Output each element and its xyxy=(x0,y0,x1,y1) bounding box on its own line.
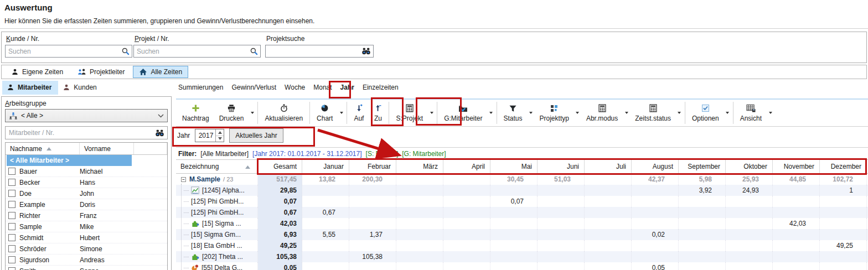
left-tabs: MitarbeiterKunden xyxy=(2,81,104,95)
row-checkbox[interactable] xyxy=(8,212,16,219)
dropdown-arrow-abr-modus[interactable] xyxy=(623,100,630,126)
grid-row[interactable]: [125] Phi GmbH...0,670,67 xyxy=(176,207,868,218)
vorname-header[interactable]: Vorname xyxy=(80,143,134,154)
view-tab-einzelzeiten[interactable]: Einzelzeiten xyxy=(363,84,399,91)
list-item-alle-mitarbeiter[interactable]: < Alle Mitarbeiter > xyxy=(6,155,167,166)
toolbar-button-status[interactable]: Status xyxy=(499,100,528,126)
row-checkbox[interactable] xyxy=(8,179,16,186)
dropdown-arrow-g-mitarbeiter[interactable] xyxy=(488,100,495,126)
grid-row[interactable]: [15] Sigma Gm...6,935,551,370,02 xyxy=(176,229,868,240)
row-checkbox[interactable] xyxy=(8,256,16,263)
list-item-sample[interactable]: SampleMike xyxy=(6,221,167,232)
list-item-richter[interactable]: RichterFranz xyxy=(6,210,167,221)
toolbar-button-aktualisieren[interactable]: Aktualisieren xyxy=(260,100,308,126)
grid-cell-gesamt: 517,45 xyxy=(258,174,302,185)
grid-header-bezeichnung[interactable]: Bezeichnung xyxy=(176,160,258,173)
list-item-sigurdson[interactable]: SigurdsonAndreas xyxy=(6,255,167,266)
mitarbeiter-search-input[interactable] xyxy=(6,127,155,139)
grid-cell-month: 42,37 xyxy=(632,174,679,185)
dropdown-arrow-ansicht[interactable] xyxy=(767,100,774,126)
grid-row[interactable]: [125] Phi GmbH...0,070,07 xyxy=(176,196,868,207)
grid-row[interactable]: [1245] Alpha...29,853,9224,931 xyxy=(176,185,868,196)
row-checkbox[interactable] xyxy=(8,201,16,208)
list-item-schröder[interactable]: SchröderSimone xyxy=(6,243,167,255)
collapse-expander-icon[interactable]: − xyxy=(181,177,186,182)
toolbar: NachtragDruckenAktualisierenChartAufZuS:… xyxy=(176,98,868,127)
people-icon xyxy=(78,68,86,76)
dropdown-arrow-optionen[interactable] xyxy=(724,100,731,126)
grid-row[interactable]: [55] Delta G...0,050,05 xyxy=(176,262,868,270)
scope-tab-alle-zeiten[interactable]: Alle Zeiten xyxy=(133,66,188,78)
row-checkbox[interactable] xyxy=(8,168,16,175)
left-tab-kunden[interactable]: Kunden xyxy=(58,81,103,95)
list-item-bauer[interactable]: BauerMichael xyxy=(6,166,167,177)
toolbar-button-ansicht[interactable]: Ansicht xyxy=(735,100,767,126)
workgroup-icon xyxy=(9,112,18,120)
dropdown-arrow-chart[interactable] xyxy=(338,100,345,126)
grid-cell-month xyxy=(679,207,726,218)
plus-icon xyxy=(192,104,200,112)
list-item-example[interactable]: ExampleDoris xyxy=(6,199,167,210)
row-checkbox[interactable] xyxy=(8,245,16,252)
list-item-doe[interactable]: DoeJohn xyxy=(6,188,167,199)
grid-cell-month xyxy=(396,229,443,240)
toolbar-button-auf[interactable]: Auf xyxy=(349,100,369,126)
grid-row[interactable]: [15] Sigma ...42,0342,03 xyxy=(176,218,868,229)
grid-cell-month: 0,02 xyxy=(632,229,679,240)
toolbar-button-optionen[interactable]: Optionen xyxy=(687,100,724,126)
view-tab-summierungen[interactable]: Summierungen xyxy=(178,84,223,91)
grid-cell-month xyxy=(773,196,820,207)
scope-tab-eigene-zeiten[interactable]: Eigene Zeiten xyxy=(5,66,69,78)
tree-connector xyxy=(184,224,189,224)
grid-cell-gesamt: 29,85 xyxy=(258,185,302,196)
left-tab-mitarbeiter[interactable]: Mitarbeiter xyxy=(2,81,58,95)
row-checkbox[interactable] xyxy=(8,223,16,230)
grid-cell-bezeichnung: [55] Delta G... xyxy=(176,262,258,270)
grid-cell-month: 1,37 xyxy=(349,229,396,240)
projektsuche-search-input[interactable] xyxy=(266,45,361,57)
grid-row[interactable]: [202] Theta ...105,38105,38 xyxy=(176,251,868,262)
grid-cell-month xyxy=(585,174,632,185)
projekt-search-input[interactable] xyxy=(134,45,250,57)
dropdown-arrow-status[interactable] xyxy=(528,100,535,126)
nachname-header[interactable]: Nachname xyxy=(6,143,80,154)
annotation-box-jahr-tab xyxy=(329,81,351,98)
grid-cell-month xyxy=(443,251,490,262)
mitarbeiter-search xyxy=(5,126,168,139)
grid-cell-month xyxy=(726,196,773,207)
list-item-becker[interactable]: BeckerHans xyxy=(6,177,167,188)
dropdown-arrow-zeitst-status[interactable] xyxy=(676,100,683,126)
toolbar-button-projekttyp[interactable]: Projekttyp xyxy=(535,100,574,126)
view-tab-gewinn-verlust[interactable]: Gewinn/Verlust xyxy=(231,84,276,91)
arbeitsgruppe-select[interactable]: < Alle > xyxy=(5,109,168,122)
grid-cell-month: 49,25 xyxy=(820,240,867,251)
grid-cell-month xyxy=(585,262,632,270)
grid-cell-month xyxy=(302,251,349,262)
grid-group-row[interactable]: −M.Sample/ 23517,4513,82200,3030,4551,03… xyxy=(176,174,868,185)
toolbar-button-nachtrag[interactable]: Nachtrag xyxy=(177,100,214,126)
toolbar-button-abr-modus[interactable]: Abr.modus xyxy=(581,100,623,126)
grid-row[interactable]: [18] Eta GmbH ...49,2549,25 xyxy=(176,240,868,251)
row-checkbox[interactable] xyxy=(8,190,16,197)
grid-cell-bezeichnung: [125] Phi GmbH... xyxy=(176,196,258,207)
toolbar-button-drucken[interactable]: Drucken xyxy=(214,100,249,126)
toolbar-button-zeitst-status[interactable]: Zeitst.status xyxy=(630,100,676,126)
list-item-smith[interactable]: SmithSanne xyxy=(6,266,167,270)
annotation-arrow xyxy=(306,124,412,164)
grid-cell-month xyxy=(632,218,679,229)
dropdown-arrow-projekttyp[interactable] xyxy=(574,100,581,126)
grid-cell-month xyxy=(302,196,349,207)
divider xyxy=(0,28,868,29)
grid-cell-month xyxy=(349,240,396,251)
row-checkbox[interactable] xyxy=(8,267,16,270)
grid-cell-month: 42,03 xyxy=(773,218,820,229)
row-checkbox[interactable] xyxy=(8,234,16,241)
list-item-schmidt[interactable]: SchmidtHubert xyxy=(6,232,167,243)
scope-tab-projektleiter[interactable]: Projektleiter xyxy=(71,66,131,78)
dropdown-arrow-drucken[interactable] xyxy=(249,100,256,126)
grid-cell-month: 3,92 xyxy=(679,185,726,196)
toolbar-button-chart[interactable]: Chart xyxy=(312,100,338,126)
kunde-search-input[interactable] xyxy=(6,45,121,57)
view-tab-woche[interactable]: Woche xyxy=(285,84,305,91)
grid-cell-month xyxy=(773,207,820,218)
